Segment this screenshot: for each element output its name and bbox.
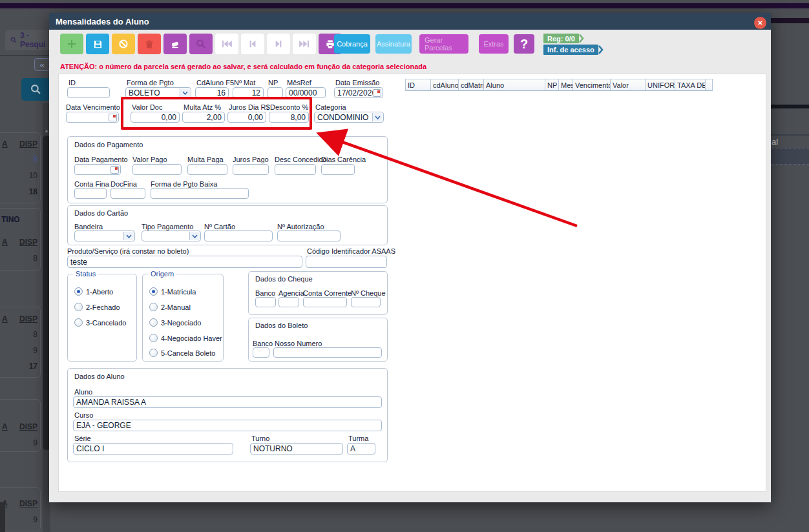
forma-pgto-baixa-field[interactable] [151, 188, 249, 199]
radio-label: 2-Manual [161, 303, 191, 311]
cheque-conta-field[interactable] [303, 297, 347, 307]
bandeira-select[interactable] [74, 230, 135, 241]
status-radio-aberto[interactable]: 1-Aberto [74, 287, 113, 296]
chevron-down-icon[interactable] [372, 113, 383, 121]
next-record-button[interactable] [267, 34, 290, 54]
last-record-button[interactable] [293, 34, 316, 54]
id-field[interactable] [67, 87, 110, 98]
chevron-down-icon[interactable] [189, 232, 200, 240]
cheque-group: Dados do Cheque Banco Agencia Conta Corr… [248, 271, 388, 315]
column-header-uniforme[interactable]: UNIFORME [645, 79, 675, 91]
cheque-agencia-field[interactable] [278, 297, 299, 307]
sidebar-value: 18 [0, 187, 37, 196]
sidebar-value: 8 [0, 254, 37, 263]
origem-radio-manual[interactable]: 2-Manual [149, 303, 191, 311]
background-search-button[interactable] [21, 78, 50, 101]
docfina-field[interactable] [110, 188, 145, 199]
curso-field[interactable]: EJA - GEORGE [73, 420, 382, 431]
sidebar-header-disp[interactable]: DISP [19, 499, 37, 508]
aluno-field[interactable]: AMANDA RAISSA A [73, 396, 382, 408]
valor-pago-field[interactable] [132, 164, 182, 175]
save-button[interactable] [86, 34, 109, 54]
cancel-button[interactable] [112, 34, 135, 54]
origem-radio-cancela-boleto[interactable]: 5-Cancela Boleto [149, 349, 215, 357]
desc-concedido-field[interactable] [275, 164, 316, 175]
data-emissao-field[interactable]: 17/02/2026 [334, 87, 383, 98]
cheque-banco-field[interactable] [255, 297, 276, 307]
nosso-numero-field[interactable] [273, 347, 382, 358]
boleto-title: Dados do Boleto [255, 322, 308, 329]
cobranca-button[interactable]: Cobrança [334, 34, 370, 54]
cartao-group: Dados do Cartão Bandeira Tipo Pagamento … [67, 205, 388, 245]
column-header-vencimento[interactable]: Vencimento [573, 79, 610, 91]
produto-field[interactable]: teste [67, 256, 302, 268]
origem-radio-negociado-haver[interactable]: 4-Negociado Haver [149, 334, 222, 342]
no-autorizacao-field[interactable] [277, 230, 341, 241]
sidebar-header-a[interactable]: A [2, 139, 8, 148]
access-info-badge[interactable]: Inf. de acesso [543, 45, 604, 55]
asaas-field[interactable] [306, 256, 387, 268]
sidebar-header-disp[interactable]: DISP [19, 314, 37, 323]
clear-button[interactable] [163, 34, 187, 54]
sidebar-header-disp[interactable]: DISP [19, 422, 37, 431]
juros-pago-field[interactable] [233, 164, 269, 175]
sidebar-header-a[interactable]: A [2, 238, 8, 247]
tipo-pagamento-select[interactable] [142, 230, 201, 241]
boleto-banco-field[interactable] [253, 347, 269, 358]
radio-icon [74, 318, 83, 327]
first-record-button[interactable] [215, 34, 238, 54]
cobranca-label: Cobrança [337, 40, 368, 48]
gerar-parcelas-button[interactable]: Gerar Parcelas [419, 34, 468, 54]
chevron-down-icon[interactable] [123, 232, 134, 240]
column-header-mes[interactable]: Mes [558, 79, 573, 91]
categoria-select[interactable]: CONDOMINIO [314, 112, 384, 123]
extras-button[interactable]: Extras [479, 34, 509, 54]
close-button[interactable]: ✕ [754, 17, 766, 29]
column-header-cdaluno[interactable]: cdAluno [430, 79, 458, 91]
search-icon [30, 84, 41, 95]
background-right-row [771, 148, 809, 165]
desc-concedido-label: Desc Concedido [275, 156, 327, 163]
sidebar-header-a[interactable]: A [2, 314, 8, 323]
collapse-sidebar-button[interactable]: « [34, 58, 50, 71]
origem-radio-matricula[interactable]: 1-Matricula [149, 287, 196, 296]
calendar-icon[interactable] [109, 114, 117, 121]
sidebar-header-disp[interactable]: DISP [19, 238, 37, 247]
search-icon [10, 36, 17, 44]
previous-record-button[interactable] [241, 34, 264, 54]
add-button[interactable] [60, 34, 83, 54]
multa-paga-field[interactable] [187, 164, 227, 175]
column-header-valor[interactable]: Valor [610, 79, 645, 91]
serie-field[interactable]: CICLO I [73, 443, 233, 455]
dias-carencia-field[interactable] [321, 164, 355, 175]
background-search-tab[interactable]: 3 - Pesqui [5, 30, 50, 50]
data-vencimento-field[interactable] [66, 112, 119, 123]
help-button[interactable]: ? [514, 34, 534, 54]
column-header-aluno[interactable]: Aluno [483, 79, 545, 91]
calendar-icon[interactable] [110, 166, 119, 174]
chevron-down-icon[interactable] [180, 88, 190, 97]
no-cartao-field[interactable] [204, 230, 273, 241]
cheque-numero-field[interactable] [351, 297, 381, 307]
status-radio-fechado[interactable]: 2-Fechado [74, 303, 120, 311]
origem-radio-negociado[interactable]: 3-Negociado [149, 318, 201, 327]
sidebar-header-a[interactable]: A [2, 422, 8, 431]
column-header-cdmatric[interactable]: cdMatric [458, 79, 483, 91]
column-header-taxa[interactable]: TAXA DE M [675, 79, 705, 91]
sidebar-header-disp[interactable]: DISP [19, 139, 37, 148]
search-button[interactable] [189, 34, 213, 54]
turno-field[interactable]: NOTURNO [250, 443, 343, 455]
delete-button[interactable] [138, 34, 161, 54]
status-radio-cancelado[interactable]: 3-Cancelado [74, 318, 126, 327]
assinatura-button[interactable]: Assinatura [375, 34, 412, 54]
turma-field[interactable]: A [347, 443, 375, 455]
pagamento-title: Dados do Pagamento [74, 141, 143, 148]
calendar-icon[interactable] [373, 89, 381, 97]
forma-pgto-baixa-label: Forma de Pgto Baixa [151, 180, 217, 188]
radio-icon [149, 303, 158, 311]
data-pagamento-field[interactable] [74, 164, 121, 175]
column-header-id[interactable]: ID [405, 79, 430, 91]
conta-fina-field[interactable] [74, 188, 107, 199]
gerar-parcelas-label: Gerar Parcelas [425, 36, 463, 52]
column-header-np[interactable]: NP [545, 79, 558, 91]
